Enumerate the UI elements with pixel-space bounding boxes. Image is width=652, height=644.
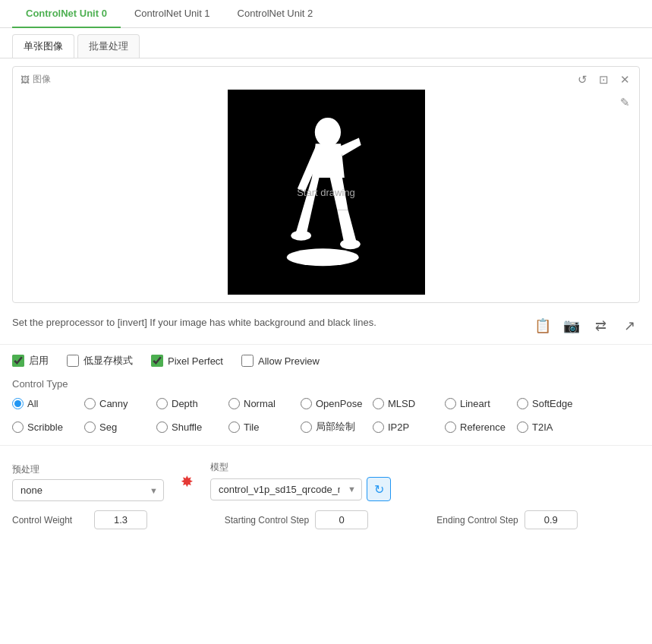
checkboxes-row: 启用 低显存模式 Pixel Perfect Allow Preview <box>0 349 652 375</box>
action-icons: 📋 📷 ⇄ ↗ <box>532 315 640 336</box>
control-type-section-label: Control Type <box>0 375 652 394</box>
image-toolbar: ↺ ⊡ ✕ <box>574 71 633 88</box>
hint-text: Set the preprocessor to [invert] If your… <box>12 315 524 330</box>
radio-seg-label: Seg <box>99 421 117 433</box>
red-star-icon: ✸ <box>181 472 194 491</box>
tab-unit-1[interactable]: ControlNet Unit 1 <box>121 0 224 28</box>
image-label: 🖼 图像 <box>20 73 51 86</box>
radio-ip2p-label: IP2P <box>388 421 409 433</box>
starting-step-label: Starting Control Step <box>225 515 309 526</box>
tab-batch[interactable]: 批量处理 <box>77 34 140 58</box>
ending-step-group: Ending Control Step <box>436 510 640 529</box>
model-label: 模型 <box>210 461 391 474</box>
radio-mlsd-label: MLSD <box>388 398 415 409</box>
sliders-row: Control Weight Starting Control Step End… <box>12 509 640 531</box>
camera-icon[interactable]: 📷 <box>561 315 582 336</box>
paste-icon[interactable]: 📋 <box>532 315 553 336</box>
svg-point-8 <box>340 239 361 249</box>
svg-marker-3 <box>339 138 361 156</box>
radio-seg[interactable]: Seg <box>84 416 156 437</box>
radio-scribble-label: Scribble <box>27 421 63 433</box>
pixel-perfect-checkbox-item[interactable]: Pixel Perfect <box>151 355 223 367</box>
radio-softedge-label: SoftEdge <box>532 398 573 409</box>
low-memory-checkbox-item[interactable]: 低显存模式 <box>67 354 133 368</box>
radio-reference[interactable]: Reference <box>445 416 517 437</box>
allow-preview-checkbox-item[interactable]: Allow Preview <box>241 355 320 367</box>
inner-tabs: 单张图像 批量处理 <box>0 34 652 58</box>
low-memory-checkbox[interactable] <box>67 355 79 367</box>
allow-preview-checkbox[interactable] <box>241 355 254 367</box>
image-icon: 🖼 <box>20 74 30 85</box>
radio-t2ia[interactable]: T2IA <box>517 416 589 437</box>
undo-icon[interactable]: ↺ <box>574 71 591 88</box>
enable-label: 启用 <box>29 354 49 368</box>
ending-step-input[interactable] <box>524 510 578 529</box>
radio-canny-label: Canny <box>99 398 128 409</box>
radio-shuffle-label: Shuffle <box>172 421 202 433</box>
preprocessor-select[interactable]: none invert canny depth openpose <box>12 479 164 501</box>
radio-openpose[interactable]: OpenPose <box>301 394 373 413</box>
enable-checkbox-item[interactable]: 启用 <box>12 354 49 368</box>
radio-depth[interactable]: Depth <box>156 394 228 413</box>
radio-lineart[interactable]: Lineart <box>445 394 517 413</box>
tab-unit-0[interactable]: ControlNet Unit 0 <box>12 0 121 28</box>
radio-mlsd[interactable]: MLSD <box>373 394 445 413</box>
radio-canny[interactable]: Canny <box>84 394 156 413</box>
control-weight-label: Control Weight <box>12 515 88 526</box>
edit-pencil-icon[interactable]: ✎ <box>616 94 633 111</box>
model-group: 模型 control_v1p_sd15_qrcode_monste ▼ ↻ <box>210 461 391 501</box>
pixel-perfect-checkbox[interactable] <box>151 355 163 367</box>
preprocessor-select-wrapper: none invert canny depth openpose ▼ <box>12 479 164 501</box>
starting-step-input[interactable] <box>315 510 368 529</box>
enable-checkbox[interactable] <box>12 355 24 367</box>
control-type-radio-group: All Canny Depth Normal OpenPose MLSD Lin… <box>0 394 652 437</box>
radio-scribble[interactable]: Scribble <box>12 416 84 437</box>
low-memory-label: 低显存模式 <box>83 354 133 368</box>
svg-point-9 <box>286 248 358 266</box>
model-select-wrapper: control_v1p_sd15_qrcode_monste ▼ <box>210 478 362 500</box>
radio-lineart-label: Lineart <box>460 398 490 409</box>
radio-inpaint[interactable]: 局部绘制 <box>301 416 373 437</box>
svg-point-0 <box>314 118 340 147</box>
ending-step-label: Ending Control Step <box>436 515 518 526</box>
radio-normal[interactable]: Normal <box>228 394 301 413</box>
model-select[interactable]: control_v1p_sd15_qrcode_monste <box>210 478 362 500</box>
preprocessor-model-row: 预处理 none invert canny depth openpose ▼ ✸… <box>12 461 640 501</box>
radio-depth-label: Depth <box>172 398 198 409</box>
radio-normal-label: Normal <box>244 398 276 409</box>
preprocessor-model-section: 预处理 none invert canny depth openpose ▼ ✸… <box>0 453 652 538</box>
preprocessor-group: 预处理 none invert canny depth openpose ▼ <box>12 463 164 501</box>
svg-point-7 <box>291 230 311 240</box>
canvas-area: Start drawing <box>13 67 639 302</box>
canvas-image: Start drawing <box>228 90 425 295</box>
radio-all[interactable]: All <box>12 394 84 413</box>
radio-softedge[interactable]: SoftEdge <box>517 394 589 413</box>
tab-single-image[interactable]: 单张图像 <box>12 34 74 58</box>
swap-icon[interactable]: ⇄ <box>590 315 611 336</box>
radio-all-label: All <box>27 398 38 409</box>
edit-icon-wrapper: ✎ <box>616 94 633 111</box>
unit-tabs: ControlNet Unit 0 ControlNet Unit 1 Cont… <box>0 0 652 28</box>
pixel-perfect-label: Pixel Perfect <box>168 355 223 367</box>
radio-tile[interactable]: Tile <box>228 416 301 437</box>
radio-tile-label: Tile <box>244 421 259 433</box>
canvas-placeholder-text: Start drawing <box>297 187 355 198</box>
starting-step-group: Starting Control Step <box>225 510 428 529</box>
radio-openpose-label: OpenPose <box>316 398 362 409</box>
radio-ip2p[interactable]: IP2P <box>373 416 445 437</box>
image-upload-area[interactable]: 🖼 图像 ↺ ⊡ ✕ ✎ <box>12 66 640 303</box>
refresh-model-button[interactable]: ↻ <box>367 477 391 501</box>
control-weight-input[interactable] <box>94 510 147 529</box>
radio-inpaint-label: 局部绘制 <box>316 420 355 434</box>
control-weight-group: Control Weight <box>12 510 216 529</box>
allow-preview-label: Allow Preview <box>258 355 320 367</box>
tab-unit-2[interactable]: ControlNet Unit 2 <box>224 0 327 28</box>
radio-reference-label: Reference <box>460 421 506 433</box>
radio-t2ia-label: T2IA <box>532 421 553 433</box>
model-row: control_v1p_sd15_qrcode_monste ▼ ↻ <box>210 477 391 501</box>
close-icon[interactable]: ✕ <box>616 71 633 88</box>
preprocessor-label: 预处理 <box>12 463 164 476</box>
clear-icon[interactable]: ⊡ <box>595 71 612 88</box>
send-to-icon[interactable]: ↗ <box>619 315 640 336</box>
radio-shuffle[interactable]: Shuffle <box>156 416 228 437</box>
